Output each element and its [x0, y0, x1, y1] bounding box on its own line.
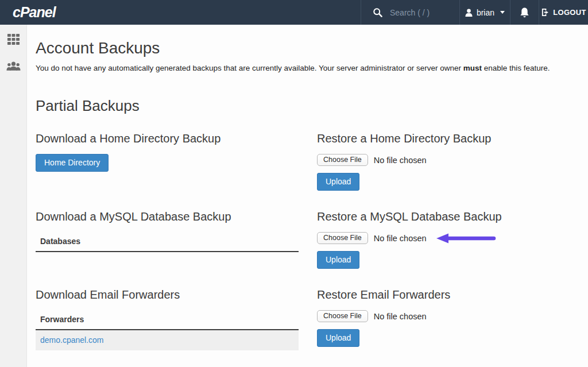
bell-icon	[520, 7, 529, 18]
logout-icon	[541, 8, 550, 17]
no-file-chosen-text: No file chosen	[374, 312, 427, 321]
forwarder-domain-link[interactable]: demo.cpanel.com	[40, 335, 104, 345]
forwarders-table-header: Forwarders	[36, 315, 299, 330]
choose-file-button[interactable]: Choose File	[317, 154, 368, 166]
restore-mysql-section: Restore a MySQL Database Backup Choose F…	[317, 204, 566, 283]
upload-forwarders-button[interactable]: Upload	[317, 329, 359, 347]
notice-text-bold: must	[463, 64, 482, 72]
navbar-search	[361, 0, 459, 25]
download-home-directory-title: Download a Home Directory Backup	[36, 131, 299, 146]
download-mysql-section: Download a MySQL Database Backup Databas…	[36, 204, 299, 283]
no-file-chosen-text: No file chosen	[374, 234, 427, 243]
notice-text-prefix: You do not have any automatically genera…	[36, 64, 463, 72]
download-forwarders-section: Download Email Forwarders Forwarders dem…	[36, 283, 299, 350]
annotation-arrow	[435, 233, 497, 244]
search-icon	[373, 7, 382, 17]
notice-text-suffix: enable this feature.	[482, 64, 550, 72]
upload-mysql-button[interactable]: Upload	[317, 251, 359, 269]
apps-grid-icon	[7, 33, 20, 48]
databases-table-header: Databases	[36, 237, 299, 252]
left-sidebar	[0, 25, 27, 367]
top-navbar: cPanel brian LOGOUT	[0, 0, 588, 25]
navbar-right-group: brian LOGOUT	[361, 0, 588, 25]
page-title: Account Backups	[36, 39, 588, 57]
username: brian	[477, 8, 494, 17]
sidebar-item-users[interactable]	[0, 56, 27, 79]
home-directory-button[interactable]: Home Directory	[36, 154, 109, 172]
backups-notice: You do not have any automatically genera…	[36, 63, 561, 74]
forwarder-table-row: demo.cpanel.com	[36, 330, 299, 350]
user-icon	[465, 9, 473, 17]
download-home-directory-section: Download a Home Directory Backup Home Di…	[36, 126, 299, 204]
restore-forwarders-section: Restore Email Forwarders Choose File No …	[317, 283, 566, 350]
home-file-input-row: Choose File No file chosen	[317, 154, 566, 166]
logout-label: LOGOUT	[553, 8, 586, 17]
notifications-button[interactable]	[510, 0, 539, 25]
restore-mysql-title: Restore a MySQL Database Backup	[317, 209, 566, 224]
chevron-down-icon	[500, 11, 505, 14]
forwarders-file-input-row: Choose File No file chosen	[317, 310, 566, 322]
upload-home-button[interactable]: Upload	[317, 173, 359, 191]
partial-backups-title: Partial Backups	[36, 97, 588, 115]
mysql-file-input-row: Choose File No file chosen	[317, 232, 566, 244]
restore-home-directory-section: Restore a Home Directory Backup Choose F…	[317, 126, 566, 204]
backups-grid: Download a Home Directory Backup Home Di…	[36, 126, 588, 350]
download-forwarders-title: Download Email Forwarders	[36, 287, 299, 302]
search-input[interactable]	[389, 7, 451, 18]
download-mysql-title: Download a MySQL Database Backup	[36, 209, 299, 224]
restore-home-directory-title: Restore a Home Directory Backup	[317, 131, 566, 146]
choose-file-button[interactable]: Choose File	[317, 232, 368, 244]
choose-file-button[interactable]: Choose File	[317, 310, 368, 322]
main-content: Account Backups You do not have any auto…	[27, 25, 588, 367]
logout-button[interactable]: LOGOUT	[539, 0, 588, 25]
users-group-icon	[6, 61, 21, 74]
restore-forwarders-title: Restore Email Forwarders	[317, 287, 566, 302]
sidebar-item-apps[interactable]	[0, 29, 27, 52]
cpanel-logo[interactable]: cPanel	[13, 4, 56, 21]
user-menu[interactable]: brian	[459, 0, 510, 25]
no-file-chosen-text: No file chosen	[374, 156, 427, 165]
